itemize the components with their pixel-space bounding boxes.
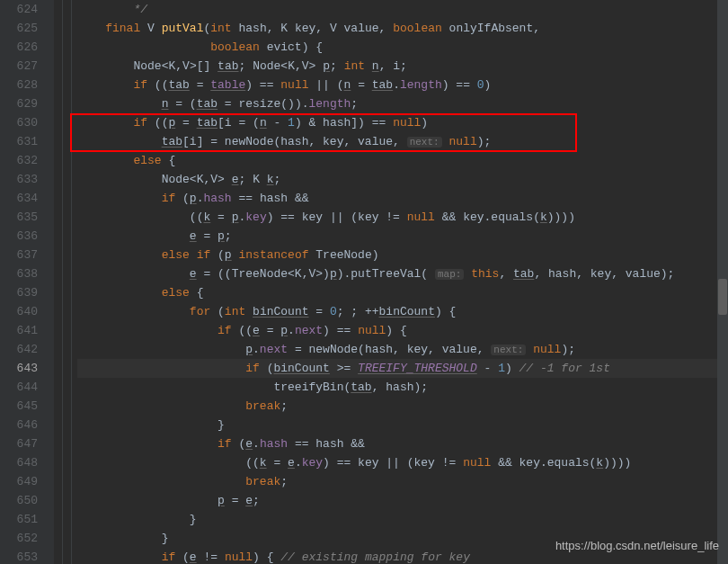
vertical-scrollbar[interactable] [717, 0, 728, 564]
code-token: 1 [288, 116, 295, 130]
code-token: k [260, 456, 267, 470]
code-token: = [190, 78, 210, 92]
code-token: 0 [330, 305, 337, 318]
code-token: - [477, 362, 498, 375]
code-token: ; [274, 173, 281, 186]
code-editor[interactable]: 6246256266276286296306316326336346356366… [0, 0, 728, 564]
code-token: , [499, 267, 513, 281]
code-line[interactable]: n = (tab = resize()).length; [77, 94, 728, 113]
code-token: (( [155, 116, 169, 130]
code-token: p [218, 229, 225, 243]
code-token: if [218, 437, 238, 451]
code-line[interactable]: e = ((TreeNode<K,V>)p).putTreeVal( map: … [77, 264, 728, 283]
fold-column[interactable] [54, 0, 72, 564]
code-line[interactable]: final V putVal(int hash, K key, V value,… [77, 19, 728, 38]
code-token: tab [197, 116, 218, 130]
code-token: . [288, 324, 295, 337]
code-token: K [288, 59, 295, 73]
line-number: 646 [0, 416, 38, 434]
code-token: K [280, 22, 295, 35]
scrollbar-thumb[interactable] [718, 279, 727, 315]
code-token: , [267, 22, 281, 35]
code-line[interactable]: else { [77, 151, 728, 170]
code-token: = [260, 324, 280, 337]
code-line[interactable]: ((k = p.key) == key || (key != null && k… [77, 208, 728, 227]
code-token: if [133, 78, 154, 92]
code-line[interactable]: if (p.hash == hash && [77, 189, 728, 208]
line-number: 634 [0, 189, 38, 208]
code-line[interactable]: Node<K,V>[] tab; Node<K,V> p; int n, i; [77, 57, 728, 76]
code-line[interactable]: tab[i] = newNode(hash, key, value, next:… [77, 132, 728, 151]
code-token: else [133, 154, 168, 167]
line-number: 644 [0, 378, 38, 397]
code-line[interactable]: ((k = e.key) == key || (key != null && k… [77, 453, 728, 472]
line-number-gutter[interactable]: 6246256266276286296306316326336346356366… [0, 0, 54, 564]
code-token: null [533, 343, 561, 356]
code-line[interactable]: } [77, 510, 728, 529]
code-token: > [218, 173, 232, 186]
code-line[interactable]: e = p; [77, 227, 728, 246]
code-token: ; [239, 59, 253, 73]
code-token: || ( [315, 78, 343, 92]
code-token: = [309, 305, 330, 318]
code-token: p [323, 59, 330, 73]
line-number: 649 [0, 472, 38, 491]
code-line[interactable]: if (binCount >= TREEIFY_THRESHOLD - 1) /… [77, 359, 728, 378]
code-line[interactable]: break; [77, 397, 728, 416]
line-number: 626 [0, 38, 38, 57]
watermark-text: https://blog.csdn.net/leisure_life [555, 536, 719, 555]
code-token: break [245, 475, 280, 488]
code-token: , [379, 22, 394, 35]
code-token: { [197, 286, 204, 300]
code-token: = [197, 229, 218, 243]
code-token: // -1 for 1st [519, 362, 610, 375]
code-token: e [253, 324, 260, 337]
code-line[interactable]: if ((p = tab[i = (n - 1) & hash]) == nul… [77, 113, 728, 132]
code-content-area[interactable]: */ final V putVal(int hash, K key, V val… [72, 0, 728, 564]
code-token: i [393, 59, 400, 73]
code-token: ) == key || (key != [267, 210, 407, 224]
code-token: < [280, 59, 288, 73]
code-line[interactable]: for (int binCount = 0; ; ++binCount) { [77, 302, 728, 321]
code-token: TREEIFY_THRESHOLD [358, 362, 477, 375]
code-token: e [245, 437, 253, 451]
line-number: 631 [0, 132, 38, 151]
code-line[interactable]: Node<K,V> e; K k; [77, 170, 728, 189]
code-token: e [190, 551, 197, 564]
line-number: 630 [0, 113, 38, 132]
code-token: == hash && [288, 437, 365, 451]
line-number: 624 [0, 0, 38, 19]
code-token: < [190, 173, 197, 186]
code-token: , [295, 59, 302, 73]
code-line[interactable]: p.next = newNode(hash, key, value, next:… [77, 340, 728, 359]
code-token: next: [491, 345, 526, 355]
code-line[interactable]: if ((tab = table) == null || (n = tab.le… [77, 76, 728, 94]
code-token: Node [162, 173, 190, 186]
line-number: 641 [0, 321, 38, 340]
line-number: 637 [0, 246, 38, 264]
code-token: p [330, 267, 337, 281]
code-line[interactable]: treeifyBin(tab, hash); [77, 378, 728, 397]
code-line[interactable]: else if (p instanceof TreeNode) [77, 246, 728, 264]
code-token: null [225, 551, 253, 564]
code-line[interactable]: */ [77, 0, 728, 19]
code-line[interactable]: break; [77, 472, 728, 491]
code-line[interactable]: } [77, 416, 728, 434]
code-line[interactable]: boolean evict) { [77, 38, 728, 57]
code-token: , [533, 22, 540, 35]
code-token: (( [238, 324, 253, 337]
code-line[interactable]: if (e.hash == hash && [77, 434, 728, 453]
code-token: k [540, 210, 547, 224]
code-token: } [190, 513, 197, 526]
code-line[interactable]: else { [77, 283, 728, 302]
code-token: == hash && [232, 192, 309, 205]
code-token: map: [435, 269, 464, 280]
code-token: if [245, 362, 266, 375]
code-line[interactable]: p = e; [77, 491, 728, 510]
code-token: p [280, 324, 288, 337]
code-token: if [218, 324, 238, 337]
code-token: ) & hash]) == [295, 116, 393, 130]
code-line[interactable]: if ((e = p.next) == null) { [77, 321, 728, 340]
code-token: p [225, 248, 232, 262]
code-token: for [190, 305, 218, 318]
